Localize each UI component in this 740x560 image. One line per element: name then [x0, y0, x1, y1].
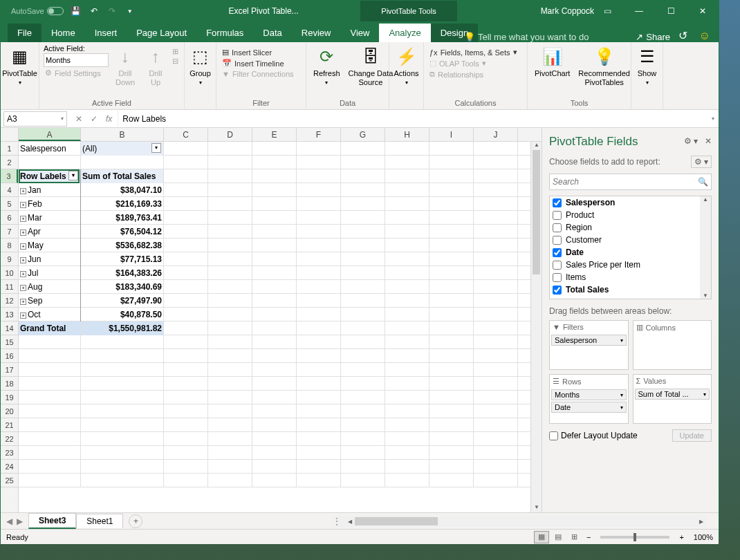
cell[interactable]: [341, 266, 385, 280]
save-icon[interactable]: 💾: [71, 6, 82, 17]
row-header[interactable]: 5: [1, 197, 18, 211]
cell[interactable]: [341, 308, 385, 321]
cell[interactable]: [297, 321, 341, 335]
cell[interactable]: [429, 239, 474, 252]
page-break-view-icon[interactable]: ⊞: [567, 531, 582, 543]
cell[interactable]: [429, 266, 474, 280]
cell[interactable]: [385, 183, 429, 197]
expand-icon[interactable]: +: [20, 230, 26, 236]
insert-timeline-button[interactable]: 📅Insert Timeline: [221, 58, 302, 68]
row-header[interactable]: 25: [1, 474, 18, 487]
enter-formula-icon[interactable]: ✓: [91, 114, 98, 124]
cell[interactable]: [429, 474, 474, 487]
cell[interactable]: [474, 432, 518, 446]
feedback-smiley-icon[interactable]: ☺: [699, 30, 710, 42]
cell[interactable]: [252, 183, 297, 197]
cell[interactable]: [164, 156, 208, 169]
cell[interactable]: [252, 321, 297, 335]
cell[interactable]: [385, 418, 429, 432]
cell[interactable]: [252, 377, 297, 391]
cell[interactable]: [385, 474, 429, 487]
cell[interactable]: [429, 321, 474, 335]
cell[interactable]: [81, 391, 164, 404]
cell[interactable]: [208, 460, 252, 474]
cell[interactable]: [164, 294, 208, 308]
cell[interactable]: [164, 197, 208, 211]
search-input[interactable]: [553, 177, 691, 187]
cell[interactable]: [341, 252, 385, 266]
tools-icon[interactable]: ⚙ ▾: [691, 156, 712, 168]
cell[interactable]: [385, 308, 429, 321]
cell[interactable]: [385, 169, 429, 183]
row-header[interactable]: 13: [1, 308, 18, 321]
cell[interactable]: [297, 308, 341, 321]
cell[interactable]: [385, 294, 429, 308]
cell[interactable]: [164, 142, 208, 156]
row-header[interactable]: 1: [1, 142, 18, 156]
cell[interactable]: [474, 183, 518, 197]
cell[interactable]: [341, 156, 385, 169]
cell[interactable]: [429, 418, 474, 432]
cell[interactable]: +May: [19, 239, 81, 252]
tab-review[interactable]: Review: [292, 24, 341, 42]
cell[interactable]: [208, 321, 252, 335]
zoom-in-icon[interactable]: +: [676, 533, 686, 541]
cell[interactable]: $77,715.13: [81, 252, 164, 266]
cell[interactable]: [208, 474, 252, 487]
change-data-source-button[interactable]: 🗄 Change Data Source: [346, 44, 396, 88]
cell[interactable]: [341, 363, 385, 377]
cell[interactable]: [164, 280, 208, 294]
cell[interactable]: [19, 460, 81, 474]
insert-slicer-button[interactable]: ▤Insert Slicer: [221, 47, 302, 57]
cell[interactable]: [208, 446, 252, 460]
cell[interactable]: [385, 363, 429, 377]
expand-icon[interactable]: +: [20, 216, 26, 222]
row-header[interactable]: 24: [1, 460, 18, 474]
cell[interactable]: [341, 418, 385, 432]
field-checkbox[interactable]: [553, 261, 562, 270]
cell[interactable]: [252, 391, 297, 404]
cell[interactable]: [208, 266, 252, 280]
cell[interactable]: [252, 404, 297, 418]
cell[interactable]: [81, 418, 164, 432]
cell[interactable]: [429, 197, 474, 211]
cell[interactable]: [81, 335, 164, 349]
cell[interactable]: [429, 142, 474, 156]
cell[interactable]: [474, 391, 518, 404]
row-header[interactable]: 7: [1, 225, 18, 239]
history-icon[interactable]: ↺: [678, 29, 687, 42]
cell[interactable]: [252, 432, 297, 446]
cell[interactable]: [252, 446, 297, 460]
columns-area[interactable]: ▥Columns: [633, 320, 712, 370]
refresh-button[interactable]: ⟳ Refresh ▾: [311, 44, 343, 88]
cell[interactable]: [341, 280, 385, 294]
field-settings-button[interactable]: ⚙Field Settings: [44, 68, 109, 78]
undo-icon[interactable]: ↶: [89, 6, 100, 17]
cell[interactable]: (All)▾: [81, 142, 164, 156]
cell[interactable]: [81, 377, 164, 391]
cell[interactable]: [252, 211, 297, 225]
cell[interactable]: [297, 280, 341, 294]
cell[interactable]: [341, 460, 385, 474]
cell[interactable]: [164, 460, 208, 474]
cell[interactable]: [81, 404, 164, 418]
zoom-slider[interactable]: [600, 536, 669, 539]
expand-icon[interactable]: +: [20, 257, 26, 263]
horizontal-scrollbar[interactable]: ⋮ ◀ ▶: [333, 516, 706, 527]
cell[interactable]: [297, 391, 341, 404]
cell[interactable]: [164, 239, 208, 252]
cell[interactable]: [297, 239, 341, 252]
share-button[interactable]: ↗ Share: [636, 32, 670, 42]
cell[interactable]: [429, 211, 474, 225]
column-header[interactable]: F: [297, 128, 341, 141]
cell[interactable]: [252, 460, 297, 474]
row-header[interactable]: 11: [1, 280, 18, 294]
row-header[interactable]: 14: [1, 321, 18, 335]
scroll-thumb[interactable]: [533, 150, 540, 274]
row-header[interactable]: 15: [1, 335, 18, 349]
sheet-prev-icon[interactable]: ◀: [6, 516, 12, 526]
qat-customize-icon[interactable]: ▼: [124, 6, 136, 17]
row-header[interactable]: 19: [1, 391, 18, 404]
cell[interactable]: [341, 239, 385, 252]
cell[interactable]: [341, 404, 385, 418]
